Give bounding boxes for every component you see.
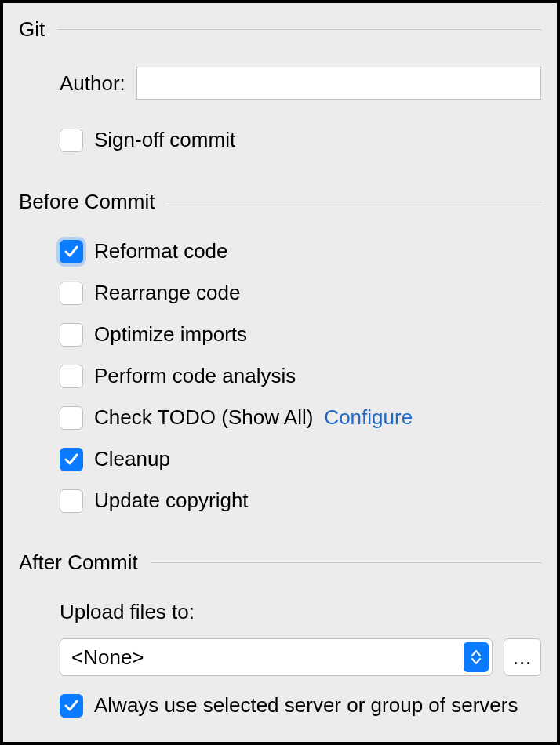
optimize-imports-checkbox[interactable]	[60, 323, 83, 347]
author-label: Author:	[60, 71, 125, 96]
author-row: Author:	[60, 67, 541, 100]
code-analysis-label: Perform code analysis	[94, 364, 296, 388]
upload-select-value: <None>	[71, 645, 464, 670]
always-use-checkbox[interactable]	[60, 694, 83, 718]
signoff-row: Sign-off commit	[60, 128, 541, 152]
divider	[167, 202, 541, 202]
optimize-imports-row: Optimize imports	[60, 322, 541, 347]
cleanup-row: Cleanup	[60, 447, 541, 471]
cleanup-checkbox[interactable]	[60, 448, 83, 471]
update-copyright-label: Update copyright	[94, 489, 249, 513]
signoff-label: Sign-off commit	[94, 128, 235, 152]
reformat-code-row: Reformat code	[60, 239, 541, 263]
rearrange-code-label: Rearrange code	[94, 281, 240, 305]
more-button[interactable]: ...	[504, 638, 541, 676]
signoff-checkbox[interactable]	[60, 129, 83, 152]
upload-select[interactable]: <None>	[60, 638, 493, 676]
check-todo-row: Check TODO (Show All) Configure	[60, 405, 541, 430]
chevron-updown-icon	[464, 642, 489, 672]
update-copyright-row: Update copyright	[60, 489, 541, 513]
reformat-code-label: Reformat code	[94, 239, 228, 263]
check-todo-checkbox[interactable]	[60, 406, 83, 430]
git-header: Git	[19, 17, 541, 42]
after-commit-section: After Commit Upload files to: <None> ...…	[19, 551, 541, 718]
before-header: Before Commit	[19, 190, 541, 214]
rearrange-code-row: Rearrange code	[60, 281, 541, 305]
upload-select-row: <None> ...	[60, 638, 541, 676]
divider	[57, 29, 541, 30]
git-section: Git Author: Sign-off commit	[19, 17, 541, 152]
reformat-code-checkbox[interactable]	[60, 240, 83, 263]
rearrange-code-checkbox[interactable]	[60, 282, 83, 305]
before-items: Reformat code Rearrange code Optimize im…	[19, 239, 541, 513]
upload-label: Upload files to:	[60, 600, 541, 624]
cleanup-label: Cleanup	[94, 447, 170, 471]
update-copyright-checkbox[interactable]	[60, 489, 83, 513]
always-use-label: Always use selected server or group of s…	[94, 693, 518, 718]
after-title: After Commit	[19, 551, 138, 575]
author-input[interactable]	[136, 67, 541, 100]
configure-link[interactable]: Configure	[324, 405, 413, 430]
optimize-imports-label: Optimize imports	[94, 322, 247, 347]
code-analysis-checkbox[interactable]	[60, 365, 83, 388]
after-header: After Commit	[19, 551, 541, 575]
git-title: Git	[19, 17, 45, 42]
always-use-row: Always use selected server or group of s…	[60, 693, 541, 718]
before-commit-section: Before Commit Reformat code Rearrange co…	[19, 190, 541, 513]
ellipsis-icon: ...	[513, 645, 533, 670]
before-title: Before Commit	[19, 190, 155, 214]
code-analysis-row: Perform code analysis	[60, 364, 541, 388]
divider	[151, 562, 541, 563]
check-todo-label: Check TODO (Show All)	[94, 405, 313, 430]
